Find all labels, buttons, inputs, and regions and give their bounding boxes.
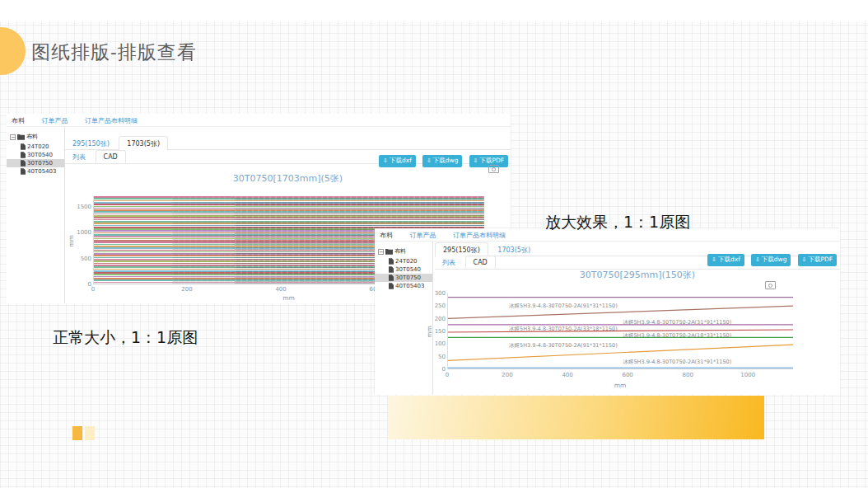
x-tick-label: 0: [91, 286, 95, 293]
menu-item-fabric[interactable]: 布料: [12, 117, 25, 124]
cut-lines: [448, 293, 793, 368]
download-dwg-button[interactable]: 下载dwg: [422, 155, 463, 167]
tree-item-label: 30T0750: [27, 160, 53, 167]
tree-item-40T05403[interactable]: 40T05403: [375, 282, 432, 290]
piece-label: 冰姬5H3.9-4.8-30T0750-2A(18*33*1150): [623, 332, 731, 340]
y-tick-label: 250: [435, 303, 446, 309]
tab-cad[interactable]: CAD: [465, 256, 496, 269]
decor-square-dark: [72, 426, 82, 440]
menu-item-fabric[interactable]: 布料: [380, 232, 393, 239]
y-tick-label: 1000: [77, 229, 91, 236]
tree-item-label: 40T05403: [395, 283, 424, 289]
top-menu: 布料 订单产品 订单产品布料明细: [7, 114, 511, 127]
menu-item-order-product-fabric-detail[interactable]: 订单产品布料明细: [85, 117, 138, 124]
tree-item-label: 30T0750: [395, 274, 421, 281]
tree-root[interactable]: 布料: [378, 247, 431, 256]
chart2-title: 30T0750[295mm](150张): [435, 269, 840, 281]
chart1-title: 30T0750[1703mm](5张): [65, 172, 511, 185]
chart1-y-axis: 050010001500: [73, 196, 91, 284]
chart2-x-label: mm: [447, 382, 793, 389]
decor-square-light: [85, 426, 95, 440]
annotation-zoom-effect: 放大效果，1：1原图: [545, 212, 690, 233]
tree-item-30T0540[interactable]: 30T0540: [7, 151, 64, 159]
menu-item-order-product-fabric-detail[interactable]: 订单产品布料明细: [453, 232, 506, 239]
x-tick-label: 600: [622, 372, 632, 378]
title-accent-circle: [0, 27, 26, 75]
download-dwg-button[interactable]: 下载dwg: [751, 254, 791, 266]
folder-icon: [17, 134, 25, 140]
collapse-icon[interactable]: [378, 249, 384, 255]
width-tabs: 295(150张) 1703(5张): [65, 136, 511, 150]
folder-icon: [385, 248, 393, 255]
tree-item-label: 24T020: [27, 143, 49, 150]
x-tick-label: 0: [446, 372, 449, 378]
tab-list[interactable]: 列表: [65, 150, 93, 163]
piece-label: 冰姬5H3.9-4.8-30T0750-2A(31*91*1150): [623, 359, 731, 366]
tree-item-label: 30T0540: [27, 152, 53, 158]
download-dxf-button[interactable]: 下载dxf: [707, 254, 744, 266]
piece-label: 冰姬5H3.9-4.8-30T0750-2A(31*91*1150): [623, 319, 731, 326]
piece-label: 冰姬5H3.9-4.8-30T0750-2A(91*31*1150): [509, 302, 618, 309]
y-tick-label: 500: [81, 256, 91, 262]
export-buttons: 下载dxf 下载dwg 下载PDF: [705, 249, 837, 266]
tree-item-label: 24T020: [395, 258, 418, 265]
collapse-icon[interactable]: [10, 134, 16, 140]
chart2-plot-area: 冰姬5H3.9-4.8-30T0750-2A(91*31*1150)冰姬5H3.…: [447, 293, 793, 369]
piece-label: 冰姬5H3.9-4.8-30T0750-2A(91*31*1150): [509, 341, 618, 349]
x-tick-label: 200: [181, 286, 192, 293]
piece-label: 冰姬5H3.9-4.8-30T0750-2A(33*18*1150): [509, 325, 618, 332]
slide: 图纸排版-排版查看 布料 订单产品 订单产品布料明细 布料 24T020 30T…: [0, 0, 868, 488]
file-icon: [21, 160, 26, 167]
download-icon: [712, 256, 718, 263]
tree-item-label: 40T05403: [27, 168, 56, 175]
tree-root-label: 布料: [394, 247, 406, 256]
x-tick-label: 200: [502, 372, 512, 378]
chart1-y-label: mm: [68, 235, 75, 247]
tree-item-24T020[interactable]: 24T020: [375, 257, 432, 265]
x-tick-label: 400: [275, 286, 286, 293]
tab-list[interactable]: 列表: [435, 256, 463, 269]
tab-1703[interactable]: 1703(5张): [490, 243, 538, 256]
save-image-icon[interactable]: [765, 281, 776, 289]
page-title: 图纸排版-排版查看: [31, 40, 197, 65]
tab-1703[interactable]: 1703(5张): [119, 136, 168, 151]
chart2-y-label: mm: [426, 326, 433, 338]
download-pdf-button[interactable]: 下载PDF: [798, 254, 838, 266]
y-tick-label: 300: [435, 290, 446, 297]
tree-root-label: 布料: [26, 133, 38, 141]
tree-item-30T0750[interactable]: 30T0750: [7, 159, 64, 167]
fabric-tree: 布料 24T020 30T0540 30T0750 40T05403: [375, 242, 433, 395]
tree-item-24T020[interactable]: 24T020: [7, 143, 64, 151]
download-icon: [383, 157, 390, 164]
y-tick-label: 1500: [77, 204, 91, 210]
tree-item-30T0750[interactable]: 30T0750: [375, 274, 432, 282]
app-screenshot-zoomed: 布料 订单产品 订单产品布料明细 布料 24T020 30T0540 30T07…: [375, 228, 840, 395]
menu-item-order-product[interactable]: 订单产品: [42, 117, 68, 124]
file-icon: [21, 152, 26, 158]
chart2-x-axis: 02004006008001000: [447, 372, 793, 379]
top-strip: [0, 0, 868, 21]
tree-item-30T0540[interactable]: 30T0540: [375, 265, 432, 274]
tree-item-label: 30T0540: [395, 266, 421, 273]
download-icon: [755, 256, 762, 263]
dense-labels-overlay: [172, 196, 235, 284]
y-tick-label: 50: [438, 354, 446, 360]
y-tick-label: 100: [435, 340, 446, 347]
y-tick-label: 200: [435, 316, 446, 322]
menu-item-order-product[interactable]: 订单产品: [410, 232, 436, 239]
annotation-normal-size: 正常大小，1：1原图: [53, 327, 198, 349]
file-icon: [21, 168, 26, 175]
tree-root[interactable]: 布料: [10, 133, 63, 141]
tab-295[interactable]: 295(150张): [65, 137, 117, 150]
x-tick-label: 1000: [740, 372, 755, 378]
x-tick-label: 800: [682, 372, 693, 378]
highlight-bar: [388, 396, 764, 439]
file-icon: [389, 283, 394, 289]
chart2-y-axis: 050100150200250300: [435, 293, 446, 369]
fabric-tree: 布料 24T020 30T0540 30T0750 40T05403: [7, 127, 65, 303]
tab-cad[interactable]: CAD: [96, 150, 126, 163]
download-dxf-button[interactable]: 下载dxf: [379, 155, 416, 167]
tree-item-40T05403[interactable]: 40T05403: [7, 167, 64, 176]
file-icon: [389, 258, 394, 265]
panel2-content: 295(150张) 1703(5张) 列表 CAD 下载dxf 下载dwg 下载…: [435, 242, 840, 395]
